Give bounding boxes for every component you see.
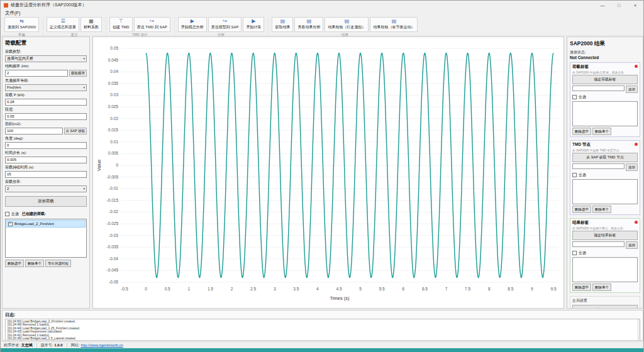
log-panel: 日志: [01:24:50] Load BridgeLoad_2_FirstVe…	[2, 310, 643, 341]
svg-text:4: 4	[316, 287, 319, 291]
list-action-button[interactable]: 删除单个	[25, 260, 44, 267]
list-action-button[interactable]: 删除选中	[5, 260, 24, 267]
dropdown[interactable]: FindVert▾	[5, 84, 87, 91]
select-all-label: 全选	[11, 211, 19, 217]
select-all-checkbox[interactable]	[5, 212, 9, 216]
toolbar: ⇆连接到 SAP2000常规☰定义模态和质量▦材料系数定义⊤创建 TMD↪发送 …	[1, 16, 643, 36]
toolbar-button-label: 创建 TMD	[113, 25, 130, 30]
sap-results-panel: SAP2000 结果 连接状态: Not Connected 荷载标签在 SAP…	[567, 36, 643, 309]
section-text-input[interactable]	[572, 85, 625, 91]
field-label: 角度 (deg):	[5, 136, 87, 141]
list-action-button[interactable]: 删除选中	[572, 283, 591, 291]
svg-text:-0.03: -0.03	[109, 233, 118, 238]
menu-file[interactable]: 文件(F)	[5, 10, 21, 16]
list-action-button[interactable]: 删除单个	[592, 128, 611, 135]
svg-text:-0.05: -0.05	[109, 280, 118, 284]
select-all-checkbox[interactable]	[572, 173, 577, 177]
add-button[interactable]: 添加	[626, 241, 638, 249]
select-all-checkbox[interactable]	[572, 251, 577, 255]
maximize-button[interactable]: □	[611, 1, 627, 9]
add-load-button[interactable]: 添加荷载	[5, 196, 87, 207]
toolbar-button-label: 查看结果分析	[297, 25, 320, 30]
dropdown[interactable]: 2▾	[5, 185, 87, 192]
text-input[interactable]: 0	[5, 142, 87, 149]
text-input[interactable]: 0.005	[5, 157, 87, 163]
text-input[interactable]: 2	[5, 70, 68, 77]
section-action-button[interactable]: 从 SAP 获取 TMD 节点	[572, 153, 638, 162]
list-action-button[interactable]: 导出所选时程	[45, 260, 71, 267]
section-list[interactable]	[572, 179, 638, 204]
section-text-input[interactable]	[572, 163, 625, 169]
dropdown[interactable]: 连廊与室内天桥▾	[5, 55, 87, 62]
statusbar-separator	[36, 343, 37, 348]
field-label: 荷载倍率:	[5, 179, 87, 185]
svg-text:1.5: 1.5	[208, 287, 213, 291]
statusbar-label: 版本号:	[41, 343, 53, 348]
toolbar-button[interactable]: ▶开始模态分析	[178, 17, 207, 32]
svg-text:0.035: 0.035	[108, 81, 119, 85]
status-bar: 程序作者:文志斌版本号:1.0.0网站:http://www.tigerkinw…	[1, 341, 643, 348]
list-action-button[interactable]: 删除单个	[592, 283, 611, 291]
section-text-input[interactable]	[572, 241, 625, 247]
global-settings-group: 全局设置 重置默认值 当前配置: C:\Users\Administrator\…	[570, 296, 640, 309]
toolbar-button[interactable]: ▤获取结果	[272, 17, 293, 32]
section-hint: 在 SAP2000 中选择计算点，然后点击:	[572, 226, 638, 230]
add-button[interactable]: 添加	[626, 85, 638, 93]
document-icon: ▤	[280, 19, 286, 24]
field-button[interactable]: 获取频率	[69, 70, 87, 77]
dropdown-value: 连廊与室内天桥	[7, 57, 33, 61]
toolbar-button[interactable]: ▤结果校核（有节奏运动）	[370, 17, 418, 32]
toolbar-button[interactable]: ▦材料系数	[80, 17, 102, 32]
svg-text:1: 1	[187, 287, 190, 291]
text-input[interactable]: 15	[5, 171, 87, 178]
toolbar-button[interactable]: ▶开始计算	[243, 17, 264, 32]
toolbar-button-label: 连接到 SAP2000	[8, 25, 36, 30]
field-button[interactable]: 从 SAP 读取	[64, 128, 87, 135]
svg-text:0.5: 0.5	[165, 287, 170, 291]
svg-text:-0.005: -0.005	[107, 175, 119, 179]
reset-defaults-button[interactable]: 重置默认值	[572, 305, 638, 309]
select-all-checkbox[interactable]	[572, 95, 577, 99]
svg-text:3.5: 3.5	[293, 287, 299, 291]
add-button[interactable]: 添加	[626, 163, 638, 171]
toolbar-button[interactable]: ↪发送 TMD 到 SAP	[134, 17, 170, 32]
log-scrollbar[interactable]	[637, 319, 640, 340]
toolbar-button[interactable]: ↪发送模型到 SAP	[208, 17, 242, 32]
toolbar-button[interactable]: ▤查看结果分析	[294, 17, 323, 32]
list-item[interactable]: BridgeLoad_2_FirstVert	[6, 220, 86, 228]
svg-text:6.5: 6.5	[422, 287, 428, 291]
created-loads-list[interactable]: BridgeLoad_2_FirstVert	[5, 219, 87, 258]
section-action-button[interactable]: 指定荷载标签	[572, 75, 638, 84]
svg-text:0.04: 0.04	[110, 69, 118, 74]
toolbar-button[interactable]: ⊤创建 TMD	[109, 17, 133, 32]
result-section: 荷载标签在 SAP2000 中选择点/区域，然后点击:指定荷载标签添加全选删除选…	[570, 62, 640, 137]
item-checkbox[interactable]	[8, 222, 13, 226]
toolbar-button[interactable]: ☰定义模态和质量	[47, 17, 79, 32]
section-action-button[interactable]: 指定结果标签	[572, 231, 638, 240]
log-box[interactable]: [01:24:50] Load BridgeLoad_2_FirstVert c…	[5, 319, 640, 341]
connection-status-label: 连接状态:	[570, 50, 640, 55]
chevron-down-icon: ▾	[83, 85, 85, 90]
section-list[interactable]	[572, 257, 638, 282]
app-icon	[4, 3, 8, 8]
list-action-button[interactable]: 删除选中	[572, 206, 591, 213]
text-input[interactable]: 100	[5, 128, 63, 135]
close-button[interactable]: ×	[627, 1, 643, 9]
list-action-button[interactable]: 删除选中	[572, 128, 591, 135]
text-input[interactable]: 0.05	[5, 113, 87, 120]
minimize-button[interactable]: —	[594, 1, 611, 9]
svg-text:-0.025: -0.025	[107, 221, 119, 226]
dropdown-value: 2	[7, 187, 9, 191]
window-title: 楼盖舒适度分析程序（SAP2000版本）	[11, 2, 87, 8]
text-input[interactable]: 0.28	[5, 99, 87, 106]
svg-text:0.045: 0.045	[108, 58, 119, 62]
website-link[interactable]: http://www.tigerkinwzb.cn	[80, 343, 123, 347]
toolbar-button[interactable]: ▤结果校核（行走激励）	[325, 17, 369, 32]
created-loads-header: 全选 已创建的荷载:	[5, 211, 87, 217]
chevron-down-icon: ▾	[83, 57, 85, 61]
svg-text:0.015: 0.015	[108, 128, 119, 132]
section-list[interactable]	[572, 101, 638, 126]
toolbar-button[interactable]: ⇆连接到 SAP2000	[4, 17, 39, 32]
list-action-button[interactable]: 删除单个	[592, 206, 611, 213]
statusbar-label: 网站:	[71, 343, 80, 348]
